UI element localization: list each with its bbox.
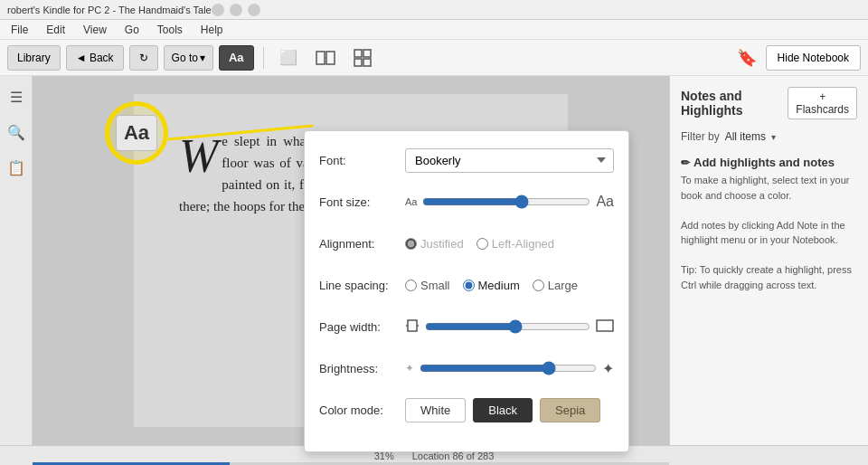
alignment-left: Left-Aligned — [476, 237, 554, 251]
page-width-content — [405, 318, 614, 337]
font-size-container: Aa Aa — [405, 194, 614, 210]
refresh-button[interactable]: ↻ — [129, 45, 158, 71]
back-button[interactable]: ◄ Back — [66, 45, 124, 71]
filter-chevron-icon: ▾ — [771, 132, 776, 142]
menubar: File Edit View Go Tools Help — [0, 20, 868, 40]
color-sepia-button[interactable]: Sepia — [540, 398, 600, 422]
brightness-dim-icon: ✦ — [405, 362, 414, 375]
color-mode-container: White Black Sepia — [405, 398, 600, 422]
sidebar-notebook-icon[interactable]: 📋 — [4, 156, 29, 180]
brightness-bright-icon: ✦ — [602, 360, 614, 377]
font-size-content: Aa Aa — [405, 194, 614, 210]
maximize-button[interactable] — [230, 4, 242, 16]
menu-help[interactable]: Help — [197, 22, 227, 38]
spacing-medium-item: Medium — [463, 279, 520, 292]
svg-rect-10 — [597, 320, 613, 331]
svg-rect-7 — [408, 320, 417, 331]
spacing-small-radio[interactable] — [405, 280, 417, 291]
svg-rect-1 — [326, 52, 335, 64]
page-width-container — [405, 318, 614, 337]
menu-tools[interactable]: Tools — [154, 22, 186, 38]
minimize-button[interactable] — [212, 4, 224, 16]
brightness-row: Brightness: ✦ ✦ — [319, 354, 614, 383]
brightness-slider[interactable] — [420, 361, 597, 375]
alignment-left-label: Left-Aligned — [492, 237, 554, 251]
page-width-label: Page width: — [319, 320, 405, 334]
hide-notebook-button[interactable]: Hide Notebook — [766, 45, 861, 71]
spacing-medium-label: Medium — [478, 279, 520, 292]
help-highlights-text: To make a highlight, select text in your… — [681, 173, 857, 292]
color-white-button[interactable]: White — [405, 398, 466, 422]
line-spacing-group: Small Medium Large — [405, 279, 578, 292]
close-button[interactable] — [248, 4, 260, 16]
color-mode-label: Color mode: — [319, 403, 405, 417]
menu-file[interactable]: File — [7, 22, 32, 38]
svg-rect-0 — [316, 52, 325, 64]
brightness-container: ✦ ✦ — [405, 360, 614, 377]
alignment-left-radio[interactable] — [476, 238, 488, 250]
page-width-slider[interactable] — [425, 319, 590, 334]
flashcards-button[interactable]: + Flashcards — [788, 87, 857, 119]
brightness-label: Brightness: — [319, 362, 405, 375]
font-select-container: Bookerly Georgia Arial Times New Roman — [405, 148, 614, 173]
spacing-large-radio[interactable] — [533, 280, 544, 291]
font-settings-popup: Font: Bookerly Georgia Arial Times New R… — [304, 130, 629, 452]
double-page-view-button[interactable] — [309, 45, 342, 71]
menu-go[interactable]: Go — [121, 22, 143, 38]
bookmark-icon[interactable]: 🔖 — [733, 44, 760, 71]
menu-edit[interactable]: Edit — [42, 22, 69, 38]
filter-value[interactable]: All items — [725, 130, 766, 143]
color-mode-row: Color mode: White Black Sepia — [319, 395, 614, 424]
pencil-icon: ✏ — [681, 157, 690, 169]
font-settings-button[interactable]: Aa — [219, 45, 254, 71]
font-size-small-icon: Aa — [405, 196, 417, 207]
svg-rect-4 — [354, 59, 362, 66]
sidebar-menu-icon[interactable]: ☰ — [6, 85, 26, 109]
alignment-justified: Justified — [405, 237, 464, 251]
go-to-button[interactable]: Go to ▾ — [164, 45, 213, 71]
font-select[interactable]: Bookerly Georgia Arial Times New Roman — [405, 148, 614, 173]
spacing-large-label: Large — [548, 279, 578, 292]
alignment-content: Justified Left-Aligned — [405, 237, 614, 251]
font-row: Font: Bookerly Georgia Arial Times New R… — [319, 146, 614, 175]
line-spacing-label: Line spacing: — [319, 279, 405, 292]
svg-rect-5 — [363, 59, 371, 66]
font-button-annotation: Aa — [116, 115, 157, 151]
alignment-justified-radio[interactable] — [405, 238, 417, 250]
go-to-label: Go to — [172, 52, 198, 64]
spacing-large-item: Large — [533, 279, 578, 292]
book-area: Aa We slept in what had once been the gy… — [33, 76, 669, 445]
spacing-small-item: Small — [405, 279, 450, 292]
line-spacing-content: Small Medium Large — [405, 279, 614, 292]
sidebar-search-icon[interactable]: 🔍 — [4, 120, 29, 145]
titlebar: robert's Kindle for PC 2 - The Handmaid'… — [0, 0, 868, 20]
page-width-row: Page width: — [319, 312, 614, 341]
alignment-row: Alignment: Justified Left-Aligned — [319, 229, 614, 258]
library-button[interactable]: Library — [7, 45, 61, 71]
svg-rect-3 — [363, 50, 371, 57]
color-mode-content: White Black Sepia — [405, 398, 614, 422]
page-width-narrow-icon — [405, 319, 420, 335]
menu-view[interactable]: View — [80, 22, 110, 38]
color-black-button[interactable]: Black — [473, 398, 533, 422]
help-highlights-title: ✏ Add highlights and notes — [681, 156, 857, 169]
font-size-row: Font size: Aa Aa — [319, 187, 614, 216]
left-sidebar: ☰ 🔍 📋 — [0, 76, 33, 445]
font-size-label: Font size: — [319, 195, 405, 209]
right-panel: Notes and Highlights + Flashcards Filter… — [669, 76, 868, 445]
svg-rect-2 — [354, 50, 362, 57]
help-section: ✏ Add highlights and notes To make a hig… — [681, 156, 857, 292]
panel-title: Notes and Highlights — [681, 89, 788, 118]
spacing-medium-radio[interactable] — [463, 280, 475, 291]
font-label: Font: — [319, 154, 405, 167]
panel-header: Notes and Highlights + Flashcards — [681, 87, 857, 119]
chevron-down-icon: ▾ — [200, 52, 205, 64]
filter-label: Filter by — [681, 130, 720, 143]
toolbar: Library ◄ Back ↻ Go to ▾ Aa ⬜ 🔖 Hide Not… — [0, 40, 868, 76]
single-page-view-button[interactable]: ⬜ — [273, 45, 304, 71]
font-size-slider[interactable] — [422, 195, 590, 209]
grid-view-button[interactable] — [347, 45, 378, 71]
page-width-wide-icon — [596, 318, 614, 337]
filter-row: Filter by All items ▾ — [681, 130, 857, 143]
alignment-justified-label: Justified — [420, 237, 464, 251]
